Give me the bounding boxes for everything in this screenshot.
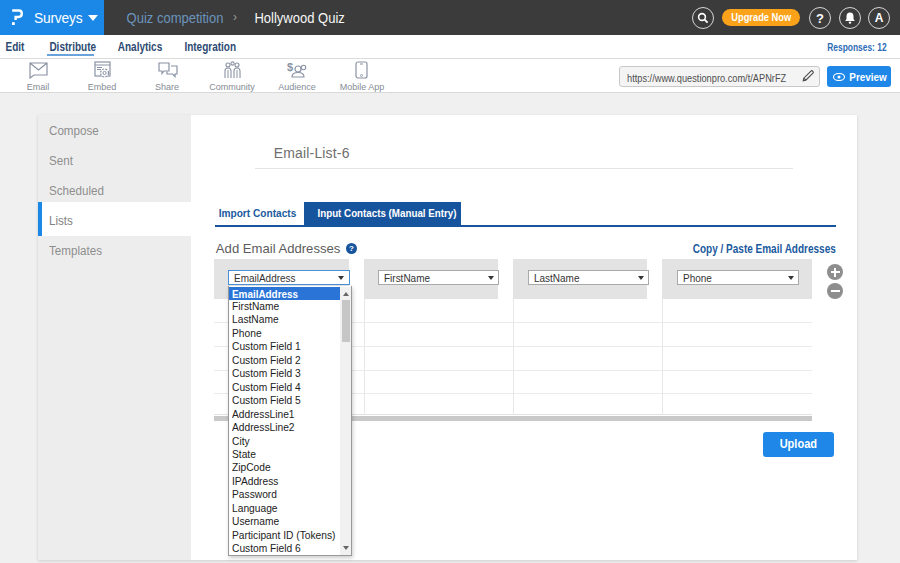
svg-text:$: $ bbox=[287, 61, 293, 73]
